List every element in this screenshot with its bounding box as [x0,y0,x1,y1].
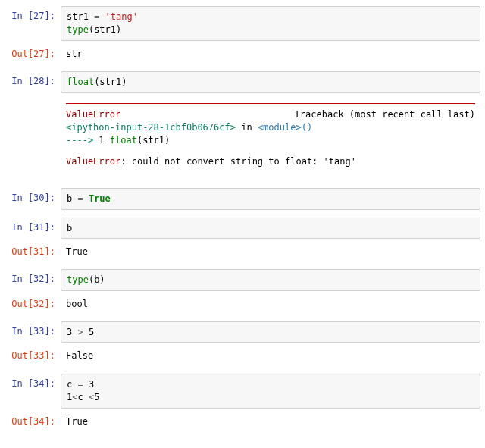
input-prompt: In [28]: [2,71,61,92]
input-cell: In [33]: 3 > 5 [2,320,480,344]
cell-spacer [2,173,480,186]
traceback-parens: () [302,122,312,133]
traceback-in: in [236,122,258,133]
output-cell: Out[31]: True [2,240,480,263]
input-cell: In [34]: c = 3 1<c <5 [2,372,480,410]
output-prompt: Out[34]: [2,412,61,431]
traceback-arrow: ----> [66,135,99,146]
code-input[interactable]: float(str1) [61,71,480,92]
input-cell: In [27]: str1 = 'tang' type(str1) [2,5,480,42]
error-message: : could not convert string to float: 'ta… [120,156,356,167]
output-text: bool [61,294,480,314]
output-text: True [61,412,480,431]
output-prompt: Out[33]: [2,346,61,365]
code-input[interactable]: c = 3 1<c <5 [61,374,480,409]
output-cell: Out[33]: False [2,344,480,367]
output-prompt: Out[27]: [2,44,61,64]
input-cell: In [32]: type(b) [2,268,480,292]
input-prompt: In [31]: [2,218,61,239]
error-name: ValueError [66,108,120,121]
output-prompt: Out[32]: [2,294,61,314]
traceback-file: <ipython-input-28-1cbf0b0676cf> [66,122,236,133]
notebook: In [27]: str1 = 'tang' type(str1) Out[27… [0,0,485,440]
traceback-divider [66,103,475,104]
traceback-output: ValueError Traceback (most recent call l… [61,96,480,172]
input-prompt: In [27]: [2,6,61,41]
output-prompt [2,96,61,172]
code-input[interactable]: 3 > 5 [61,321,480,343]
input-prompt: In [32]: [2,269,61,290]
traceback-call: float(str1) [110,135,170,146]
code-input[interactable]: b = True [61,188,480,209]
input-cell: In [30]: b = True [2,186,480,211]
error-name: ValueError [66,156,120,167]
input-cell: In [28]: float(str1) [2,70,480,94]
output-cell: Out[27]: str [2,42,480,65]
input-prompt: In [34]: [2,374,61,409]
code-input[interactable]: b [61,218,480,239]
code-input[interactable]: type(b) [61,269,480,290]
traceback-label: Traceback (most recent call last) [295,108,475,121]
output-text: False [61,346,480,365]
input-cell: In [31]: b [2,216,480,240]
code-input[interactable]: str1 = 'tang' type(str1) [61,6,480,41]
output-prompt: Out[31]: [2,242,61,262]
output-cell: Out[32]: bool [2,293,480,315]
input-prompt: In [33]: [2,321,61,343]
traceback-lineno: 1 [99,135,109,146]
output-cell: Out[34]: True [2,410,480,433]
output-cell: ValueError Traceback (most recent call l… [2,95,480,174]
traceback-module: <module> [258,122,302,133]
input-prompt: In [30]: [2,188,61,209]
output-text: True [61,242,480,262]
output-text: str [61,44,480,64]
